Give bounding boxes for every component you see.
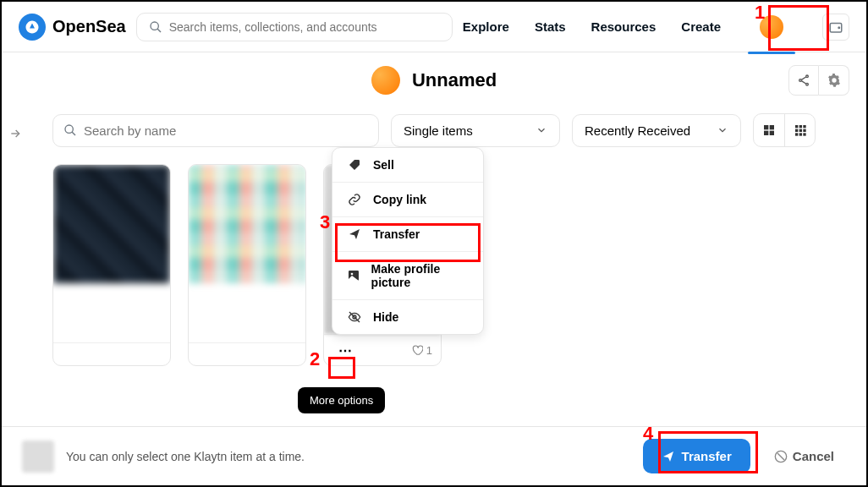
svg-rect-21 <box>795 133 798 135</box>
settings-button[interactable] <box>819 65 849 96</box>
svg-rect-15 <box>795 125 798 128</box>
sort-dropdown[interactable]: Recently Received <box>572 114 741 147</box>
send-icon <box>662 450 675 463</box>
send-icon <box>346 227 363 241</box>
svg-line-1 <box>157 29 161 32</box>
brand-logo[interactable]: OpenSea <box>19 14 126 41</box>
wallet-button[interactable] <box>822 14 849 41</box>
items-filter-label: Single items <box>404 123 473 138</box>
svg-rect-23 <box>803 133 805 135</box>
svg-rect-22 <box>799 133 801 135</box>
svg-point-9 <box>65 125 73 133</box>
grid-large-button[interactable] <box>754 114 784 146</box>
svg-rect-12 <box>770 125 774 129</box>
menu-sell[interactable]: Sell <box>332 148 483 182</box>
profile-actions <box>788 65 849 96</box>
global-search-input[interactable] <box>169 20 440 34</box>
cancel-icon <box>774 450 788 463</box>
nav-resources[interactable]: Resources <box>591 19 656 34</box>
svg-rect-11 <box>764 125 768 129</box>
grid-small-icon <box>794 123 807 137</box>
nft-footer <box>53 342 170 353</box>
svg-point-25 <box>350 273 353 276</box>
menu-transfer[interactable]: Transfer <box>332 216 483 251</box>
items-filter-dropdown[interactable]: Single items <box>391 114 560 147</box>
svg-rect-16 <box>799 125 801 128</box>
svg-point-3 <box>838 27 840 29</box>
brand-name: OpenSea <box>52 17 126 36</box>
svg-line-10 <box>72 132 75 135</box>
menu-make-pic-label: Make profile picture <box>371 262 470 289</box>
selected-thumbnail <box>22 440 54 473</box>
menu-make-profile-picture[interactable]: Make profile picture <box>332 251 483 299</box>
svg-point-0 <box>151 22 158 30</box>
nav-stats[interactable]: Stats <box>535 19 566 34</box>
menu-sell-label: Sell <box>373 158 394 172</box>
items-toolbar: Single items Recently Received <box>2 113 866 147</box>
nft-info <box>189 283 305 342</box>
like-count[interactable]: 1 <box>411 344 432 357</box>
image-icon <box>346 269 361 282</box>
nft-footer: ⋯ 1 <box>324 334 441 365</box>
nft-card[interactable] <box>188 164 306 366</box>
nft-thumbnail <box>53 165 170 283</box>
search-icon <box>149 20 162 34</box>
nav-create[interactable]: Create <box>681 19 721 34</box>
profile-name: Unnamed <box>412 69 497 91</box>
selection-message: You can only select one Klaytn item at a… <box>66 450 631 463</box>
more-options-button[interactable]: ⋯ <box>332 340 358 360</box>
svg-line-8 <box>801 81 805 84</box>
more-options-tooltip: More options <box>298 387 385 413</box>
name-search-input[interactable] <box>84 123 368 138</box>
opensea-logo-icon <box>19 14 46 41</box>
wallet-icon <box>828 19 843 35</box>
svg-rect-17 <box>803 125 805 128</box>
avatar-icon <box>760 15 783 39</box>
item-context-menu: Sell Copy link Transfer Make profile pic… <box>332 147 484 335</box>
expand-sidebar-arrow[interactable] <box>8 127 22 144</box>
svg-rect-18 <box>795 129 798 132</box>
nft-info <box>53 283 170 342</box>
transfer-button-label: Transfer <box>682 449 732 463</box>
sort-label: Recently Received <box>585 123 690 138</box>
main-nav: Explore Stats Resources Create <box>463 7 849 47</box>
share-icon <box>797 74 810 87</box>
cancel-button[interactable]: Cancel <box>762 439 846 473</box>
svg-rect-13 <box>764 131 768 135</box>
cancel-button-label: Cancel <box>793 449 834 463</box>
menu-copy-link[interactable]: Copy link <box>332 182 483 216</box>
global-search[interactable] <box>136 13 453 41</box>
svg-rect-20 <box>803 129 805 132</box>
name-search[interactable] <box>52 114 379 147</box>
nav-explore[interactable]: Explore <box>463 19 509 34</box>
heart-icon <box>411 344 423 356</box>
transfer-button[interactable]: Transfer <box>643 439 750 473</box>
svg-point-5 <box>799 79 802 82</box>
nft-card[interactable] <box>52 164 171 366</box>
eye-off-icon <box>346 310 363 324</box>
svg-point-6 <box>806 83 809 85</box>
svg-line-29 <box>777 453 784 460</box>
selection-footer: You can only select one Klaytn item at a… <box>2 426 866 485</box>
svg-line-7 <box>801 77 805 79</box>
svg-rect-19 <box>799 129 801 132</box>
svg-point-4 <box>806 75 809 78</box>
like-number: 1 <box>426 344 432 357</box>
link-icon <box>346 193 363 206</box>
grid-large-icon <box>762 123 776 137</box>
arrow-right-icon <box>8 127 22 140</box>
gear-icon <box>827 74 841 87</box>
share-button[interactable] <box>788 65 819 96</box>
menu-hide[interactable]: Hide <box>332 299 483 334</box>
grid-small-button[interactable] <box>784 114 815 146</box>
search-icon <box>63 123 77 137</box>
view-toggle <box>753 113 816 147</box>
chevron-down-icon <box>717 124 728 136</box>
menu-copy-label: Copy link <box>373 193 426 206</box>
profile-header: Unnamed <box>2 52 866 108</box>
nft-thumbnail <box>189 165 305 283</box>
menu-transfer-label: Transfer <box>373 227 420 241</box>
profile-avatar <box>371 66 400 95</box>
menu-hide-label: Hide <box>373 310 398 324</box>
account-menu[interactable] <box>746 7 797 47</box>
